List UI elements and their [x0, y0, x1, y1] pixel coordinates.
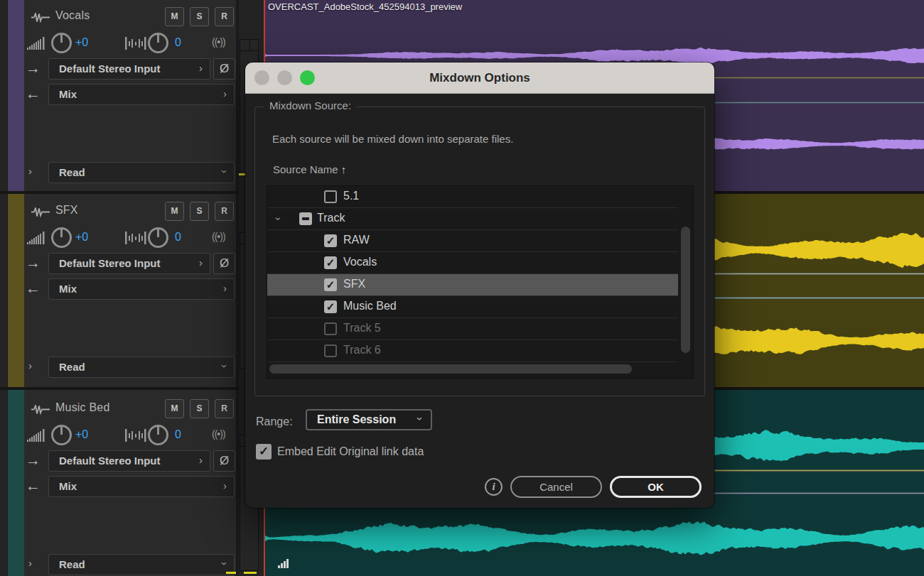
chevron-right-icon: ›	[223, 282, 227, 294]
ok-button[interactable]: OK	[610, 476, 702, 498]
mute-button[interactable]: M	[165, 7, 184, 26]
pan-value[interactable]: 0	[175, 428, 181, 441]
track-separator	[0, 191, 239, 194]
checkbox-raw[interactable]	[324, 234, 337, 247]
track-name: Vocals	[55, 9, 90, 22]
pan-icon	[125, 231, 146, 248]
expand-chevron-icon[interactable]: ›	[28, 557, 32, 569]
source-row-music-bed[interactable]: Music Bed	[267, 296, 678, 318]
level-bars-icon	[278, 558, 289, 571]
panel-timeline-divider[interactable]	[236, 0, 239, 576]
chevron-down-icon: ›	[414, 417, 426, 420]
input-arrow-icon: →	[26, 254, 41, 271]
solo-button[interactable]: S	[190, 202, 209, 221]
source-row-label: RAW	[343, 234, 370, 246]
chevron-right-icon: ›	[223, 87, 227, 99]
volume-value[interactable]: +0	[75, 36, 88, 49]
pan-knob[interactable]	[148, 227, 168, 248]
chevron-down-icon: ›	[219, 170, 231, 173]
checkbox-track-6[interactable]	[324, 344, 337, 357]
chevron-right-icon: ›	[223, 479, 227, 491]
source-row-sfx[interactable]: SFX	[267, 274, 678, 296]
group-label: Mixdown Source:	[264, 99, 357, 112]
checkbox-music-bed[interactable]	[324, 300, 337, 313]
track-waveform-icon	[31, 403, 50, 418]
volume-knob[interactable]	[51, 227, 72, 248]
automation-mode-select[interactable]: Read ›	[48, 554, 235, 575]
pan-knob[interactable]	[148, 425, 168, 445]
track-panel-sfx: SFX M S R I +0 0 ((•)) →	[0, 193, 239, 387]
range-select[interactable]: Entire Session ›	[306, 409, 432, 430]
range-label: Range:	[256, 415, 293, 428]
input-arrow-icon: →	[26, 60, 41, 77]
chevron-right-icon: ›	[199, 454, 203, 466]
input-arrow-icon: →	[26, 452, 41, 469]
mute-button[interactable]: M	[165, 202, 184, 221]
checkbox-track-5[interactable]	[324, 322, 337, 335]
source-row-5-1[interactable]: 5.1	[267, 186, 678, 208]
mixdown-source-group: Mixdown Source: Each source will be mixe…	[254, 107, 705, 396]
arm-record-button[interactable]: R	[215, 399, 234, 418]
phase-toggle-button[interactable]: Ø	[213, 253, 235, 274]
checkbox-sfx[interactable]	[324, 278, 337, 291]
group-description: Each source will be mixed down into sepa…	[272, 133, 513, 145]
source-row-label: SFX	[343, 278, 365, 290]
vertical-scrollbar[interactable]	[681, 227, 690, 353]
volume-knob[interactable]	[51, 33, 72, 53]
sort-ascending-icon: ↑	[338, 163, 347, 175]
source-row-track-5[interactable]: Track 5	[267, 318, 678, 340]
track-name: Music Bed	[55, 401, 110, 414]
track-panel-music-bed: Music Bed M S R I +0 0 ((•)) →	[0, 389, 239, 576]
automation-mode-select[interactable]: Read ›	[48, 162, 235, 183]
volume-value[interactable]: +0	[75, 231, 88, 244]
volume-value[interactable]: +0	[75, 428, 88, 441]
input-select[interactable]: Default Stereo Input ›	[48, 58, 210, 80]
source-row-track-group[interactable]: › Track	[267, 208, 678, 230]
volume-icon	[27, 231, 47, 248]
output-select[interactable]: Mix ›	[48, 84, 235, 105]
chevron-right-icon: ›	[199, 62, 203, 74]
input-select[interactable]: Default Stereo Input ›	[48, 253, 210, 274]
phase-toggle-button[interactable]: Ø	[213, 450, 235, 472]
expand-collapse-chevron-icon[interactable]: ›	[273, 217, 284, 221]
output-select[interactable]: Mix ›	[48, 476, 235, 497]
expand-chevron-icon[interactable]: ›	[28, 165, 32, 177]
cancel-button[interactable]: Cancel	[510, 476, 602, 498]
dialog-titlebar[interactable]: Mixdown Options	[245, 63, 714, 94]
dialog-title: Mixdown Options	[245, 63, 714, 94]
input-select[interactable]: Default Stereo Input ›	[48, 450, 210, 472]
info-button[interactable]: i	[485, 478, 503, 496]
arm-record-button[interactable]: R	[215, 7, 234, 26]
mixdown-options-dialog: Mixdown Options Mixdown Source: Each sou…	[245, 63, 714, 508]
source-row-raw[interactable]: RAW	[267, 230, 678, 252]
volume-knob[interactable]	[51, 425, 72, 445]
embed-edit-original-checkbox[interactable]	[256, 444, 272, 460]
arm-record-button[interactable]: R	[215, 202, 234, 221]
checkbox-5-1[interactable]	[324, 190, 337, 203]
source-row-label: Vocals	[343, 256, 377, 268]
pan-icon	[125, 428, 146, 445]
pan-icon	[125, 36, 146, 53]
chevron-right-icon: ›	[199, 256, 203, 268]
source-row-vocals[interactable]: Vocals	[267, 252, 678, 274]
source-row-label: 5.1	[343, 190, 359, 202]
pan-value[interactable]: 0	[175, 36, 181, 49]
track-waveform-icon	[31, 206, 50, 221]
source-name-column-header[interactable]: Source Name↑	[273, 163, 346, 175]
source-list: 5.1 › Track RAW Vocals SFX	[267, 185, 694, 379]
output-select[interactable]: Mix ›	[48, 278, 235, 300]
pan-knob[interactable]	[148, 33, 168, 53]
source-row-label: Track 6	[343, 344, 381, 357]
expand-chevron-icon[interactable]: ›	[28, 359, 32, 371]
pan-value[interactable]: 0	[175, 231, 181, 244]
solo-button[interactable]: S	[190, 7, 209, 26]
phase-toggle-button[interactable]: Ø	[213, 58, 235, 80]
checkbox-track-group[interactable]	[299, 212, 312, 225]
solo-button[interactable]: S	[190, 399, 209, 418]
automation-mode-select[interactable]: Read ›	[48, 357, 235, 378]
source-row-track-6[interactable]: Track 6	[267, 340, 678, 362]
mute-button[interactable]: M	[165, 399, 184, 418]
checkbox-vocals[interactable]	[324, 256, 337, 269]
horizontal-scrollbar[interactable]	[269, 364, 632, 374]
track-separator	[0, 387, 239, 390]
